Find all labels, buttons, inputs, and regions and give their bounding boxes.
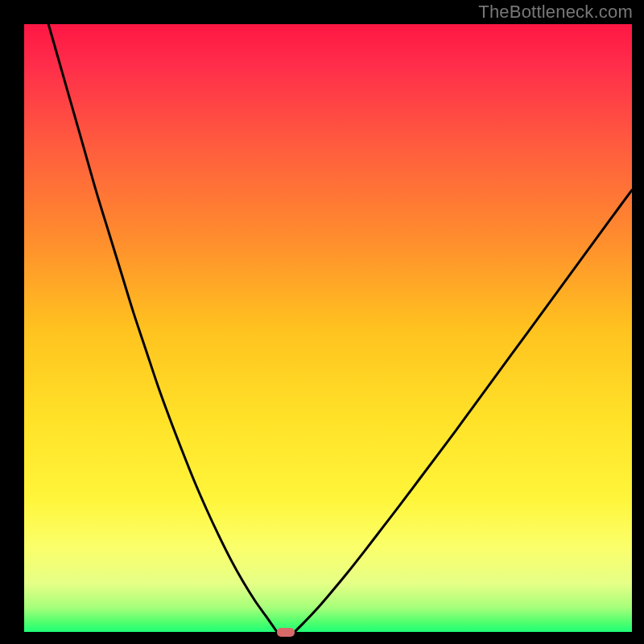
plot-background: [24, 24, 632, 632]
chart-svg: [0, 0, 644, 644]
bottleneck-marker: [277, 628, 295, 637]
chart-stage: TheBottleneck.com: [0, 0, 644, 644]
watermark-text: TheBottleneck.com: [478, 2, 633, 23]
